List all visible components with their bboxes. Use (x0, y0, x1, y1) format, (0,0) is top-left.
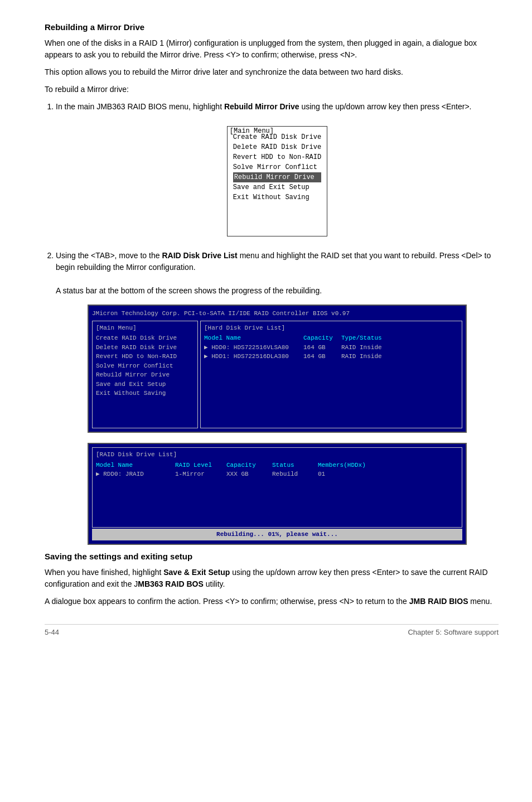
bios-left-item4: Solve Mirror Conflict (96, 361, 194, 371)
bios-left-title: [Main Menu] (96, 323, 194, 333)
raid-sp2 (96, 488, 458, 497)
bios-screenshot-wrap: JMicron Technology Corp. PCI-to-SATA II/… (56, 297, 499, 545)
col-capacity: Capacity (303, 334, 337, 343)
step2-bold: RAID Disk Drive List (162, 251, 237, 260)
bios-screen: JMicron Technology Corp. PCI-to-SATA II/… (88, 305, 467, 433)
main-menu-diagram: [Main Menu] Create RAID Disk Drive Delet… (56, 120, 499, 242)
bios-right-sp4 (204, 389, 458, 398)
s2p1-text1: When you have finished, highlight (45, 568, 163, 577)
s2p2-text1: A dialogue box appears to confirm the ac… (45, 597, 409, 606)
bios-left-item6: Save and Exit Setup (96, 380, 194, 389)
raid-col-capacity: Capacity (226, 461, 265, 470)
bios-left-item2: Delete RAID Disk Drive (96, 343, 194, 352)
drive0-type: RAID Inside (341, 343, 382, 352)
step1-text: In the main JMB363 RAID BIOS menu, highl… (56, 102, 224, 111)
bios-right-sp1 (204, 361, 458, 371)
bios-right-title: [Hard Disk Drive List] (204, 323, 458, 333)
raid-col-status: Status (272, 461, 311, 470)
step1-text2: using the up/down arrow key then press <… (299, 102, 472, 111)
col-type: Type/Status (341, 334, 382, 343)
raid-sp1 (96, 479, 458, 489)
raid-panel-title: [RAID Disk Drive List] (96, 450, 458, 460)
section2-para2: A dialogue box appears to confirm the ac… (45, 596, 499, 607)
footer-left: 5-44 (45, 628, 59, 636)
menu-spacer2 (233, 212, 321, 223)
bios-left-item5: Rebuild Mirror Drive (96, 370, 194, 380)
raid-status-bar: Rebuilding... 01%, please wait... (92, 529, 462, 540)
raid-sp5 (96, 516, 458, 525)
section1-title: Rebuilding a Mirror Drive (45, 22, 499, 32)
raid-row1-members: 01 (318, 470, 325, 479)
s2p2-bold: JMB RAID BIOS (409, 597, 468, 606)
bios-right-sp3 (204, 380, 458, 389)
main-menu-content: Create RAID Disk Drive Delete RAID Disk … (233, 132, 321, 233)
bios-left-sp3 (96, 417, 194, 426)
section2-title: Saving the settings and exiting setup (45, 552, 499, 561)
raid-panel-inner: [RAID Disk Drive List] Model Name RAID L… (92, 447, 462, 528)
step1: In the main JMB363 RAID BIOS menu, highl… (56, 101, 499, 242)
bios-inner: [Main Menu] Create RAID Disk Drive Delet… (92, 321, 462, 429)
bios-right-sp5 (204, 398, 458, 408)
bios-col-headers: Model Name Capacity Type/Status (204, 334, 458, 343)
step2-para2: A status bar at the bottom of the screen… (56, 286, 322, 295)
raid-sp4 (96, 506, 458, 516)
bios-left-panel: [Main Menu] Create RAID Disk Drive Delet… (92, 321, 198, 429)
menu-item-4: Solve Mirror Conflict (233, 162, 321, 172)
section1-para1: When one of the disks in a RAID 1 (Mirro… (45, 37, 499, 61)
raid-col-model: Model Name (96, 461, 168, 470)
raid-col-headers: Model Name RAID Level Capacity Status Me… (96, 461, 458, 470)
menu-item-7: Exit Without Saving (233, 192, 321, 202)
main-menu-box: [Main Menu] Create RAID Disk Drive Delet… (227, 126, 327, 236)
footer-right: Chapter 5: Software support (408, 628, 499, 636)
step2: Using the <TAB>, move to the RAID Disk D… (56, 250, 499, 545)
menu-spacer (233, 202, 321, 212)
drive1-name: ▶ HDD1: HDS722516DLA380 (204, 352, 299, 361)
raid-panel: [RAID Disk Drive List] Model Name RAID L… (88, 443, 467, 545)
footer: 5-44 Chapter 5: Software support (45, 624, 499, 636)
menu-item-2: Delete RAID Disk Drive (233, 142, 321, 152)
s2p1-text3: utility. (204, 579, 225, 588)
section1-para3: To rebuild a Mirror drive: (45, 84, 499, 95)
drive0-cap: 164 GB (303, 343, 337, 352)
section1-para2: This option allows you to rebuild the Mi… (45, 66, 499, 78)
bios-left-sp1 (96, 398, 194, 408)
bios-right-panel: [Hard Disk Drive List] Model Name Capaci… (200, 321, 462, 429)
bios-left-item3: Revert HDD to Non-RAID (96, 352, 194, 361)
s2p1-bold1: Save & Exit Setup (163, 568, 230, 577)
bios-drive-row1: ▶ HDD0: HDS722516VLSA80 164 GB RAID Insi… (204, 343, 458, 352)
menu-item-3: Revert HDD to Non-RAID (233, 152, 321, 162)
main-menu-title: [Main Menu] (230, 126, 274, 136)
bios-drive-row2: ▶ HDD1: HDS722516DLA380 164 GB RAID Insi… (204, 352, 458, 361)
bios-right-sp2 (204, 370, 458, 380)
drive1-type: RAID Inside (341, 352, 382, 361)
raid-sp3 (96, 497, 458, 507)
raid-row1-status: Rebuild (272, 470, 311, 479)
raid-row1-name: ▶ RDD0: JRAID (96, 470, 168, 479)
drive1-cap: 164 GB (303, 352, 337, 361)
menu-item-6: Save and Exit Setup (233, 182, 321, 192)
col-model: Model Name (204, 334, 299, 343)
raid-row1-cap: XXX GB (226, 470, 265, 479)
s2p1-bold2: MB363 RAID BOS (138, 579, 203, 588)
bios-header: JMicron Technology Corp. PCI-to-SATA II/… (92, 309, 462, 318)
menu-spacer3 (233, 223, 321, 233)
bios-left-item1: Create RAID Disk Drive (96, 334, 194, 343)
section2-para1: When you have finished, highlight Save &… (45, 567, 499, 590)
menu-item-5-highlighted: Rebuild Mirror Drive (233, 172, 321, 182)
raid-row1: ▶ RDD0: JRAID 1-Mirror XXX GB Rebuild 01 (96, 470, 458, 479)
raid-col-members: Members(HDDx) (318, 461, 366, 470)
bios-left-sp2 (96, 407, 194, 417)
step1-bold: Rebuild Mirror Drive (224, 102, 299, 111)
step2-text: Using the <TAB>, move to the (56, 251, 162, 260)
raid-col-level: RAID Level (175, 461, 220, 470)
s2p2-text2: menu. (468, 597, 492, 606)
bios-left-item7: Exit Without Saving (96, 389, 194, 398)
drive0-name: ▶ HDD0: HDS722516VLSA80 (204, 343, 299, 352)
raid-row1-level: 1-Mirror (175, 470, 220, 479)
